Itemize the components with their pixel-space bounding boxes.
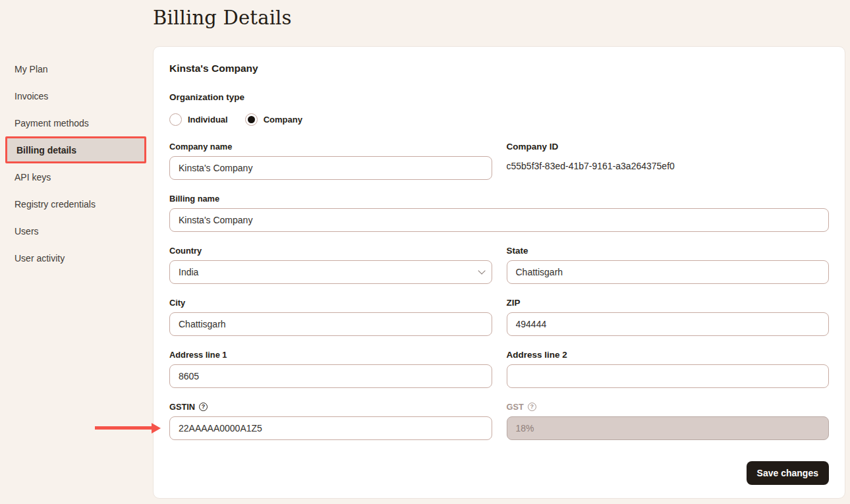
gst-input: [507, 416, 830, 440]
sidebar-item-registry-credentials[interactable]: Registry credentials: [0, 190, 153, 217]
state-label: State: [507, 246, 830, 256]
help-icon[interactable]: ?: [199, 403, 208, 411]
company-heading: Kinsta's Company: [169, 63, 829, 74]
save-changes-button[interactable]: Save changes: [747, 461, 829, 485]
billing-details-card: Kinsta's Company Organization type Indiv…: [153, 46, 845, 499]
company-id-label: Company ID: [507, 142, 830, 152]
radio-company-label: Company: [264, 115, 302, 125]
radio-company[interactable]: Company: [245, 113, 302, 126]
zip-label: ZIP: [507, 298, 830, 308]
radio-individual[interactable]: Individual: [169, 113, 228, 126]
country-select[interactable]: India: [169, 260, 492, 284]
state-input[interactable]: [507, 260, 830, 284]
settings-sidebar: My Plan Invoices Payment methods Billing…: [0, 55, 153, 271]
sidebar-item-payment-methods[interactable]: Payment methods: [0, 109, 153, 136]
billing-form: Company name Company ID c55b5f3f-83ed-41…: [169, 142, 829, 440]
address-line-1-label: Address line 1: [169, 350, 492, 360]
page-title: Billing Details: [153, 7, 292, 29]
company-name-label: Company name: [169, 142, 492, 152]
city-field-group: City: [169, 298, 492, 336]
chevron-down-icon: [478, 267, 485, 274]
gst-label: GST: [507, 402, 524, 412]
radio-individual-label: Individual: [188, 115, 228, 125]
country-selected-value: India: [179, 267, 198, 277]
sidebar-item-users[interactable]: Users: [0, 217, 153, 244]
sidebar-item-user-activity[interactable]: User activity: [0, 244, 153, 271]
gstin-input[interactable]: [169, 416, 492, 440]
sidebar-item-invoices[interactable]: Invoices: [0, 82, 153, 109]
country-field-group: Country India: [169, 246, 492, 284]
gstin-label: GSTIN: [169, 402, 195, 412]
organization-type-label: Organization type: [169, 92, 829, 102]
sidebar-item-api-keys[interactable]: API keys: [0, 163, 153, 190]
annotation-arrow-icon: [95, 426, 152, 430]
radio-circle-icon: [245, 113, 258, 126]
organization-type-group: Individual Company: [169, 113, 829, 126]
gst-label-row: GST ?: [507, 402, 830, 412]
gstin-field-group: GSTIN ?: [169, 402, 492, 440]
gst-field-group: GST ?: [507, 402, 830, 440]
city-label: City: [169, 298, 492, 308]
radio-circle-icon: [169, 113, 182, 126]
help-icon[interactable]: ?: [528, 403, 536, 411]
billing-name-field-group: Billing name: [169, 194, 829, 232]
address-line-2-input[interactable]: [507, 364, 830, 388]
address-line-2-field-group: Address line 2: [507, 350, 830, 388]
company-name-field-group: Company name: [169, 142, 492, 180]
address-line-1-input[interactable]: [169, 364, 492, 388]
address-line-2-label: Address line 2: [507, 350, 830, 360]
zip-field-group: ZIP: [507, 298, 830, 336]
gstin-label-row: GSTIN ?: [169, 402, 492, 412]
company-id-group: Company ID c55b5f3f-83ed-41b7-9161-a3a26…: [507, 142, 830, 180]
sidebar-item-billing-details[interactable]: Billing details: [5, 136, 146, 163]
country-label: Country: [169, 246, 492, 256]
company-name-input[interactable]: [169, 156, 492, 180]
city-input[interactable]: [169, 312, 492, 336]
state-field-group: State: [507, 246, 830, 284]
address-line-1-field-group: Address line 1: [169, 350, 492, 388]
company-id-value: c55b5f3f-83ed-41b7-9161-a3a264375ef0: [507, 161, 830, 171]
billing-name-input[interactable]: [169, 208, 829, 232]
billing-name-label: Billing name: [169, 194, 829, 204]
sidebar-item-my-plan[interactable]: My Plan: [0, 55, 153, 82]
zip-input[interactable]: [507, 312, 830, 336]
